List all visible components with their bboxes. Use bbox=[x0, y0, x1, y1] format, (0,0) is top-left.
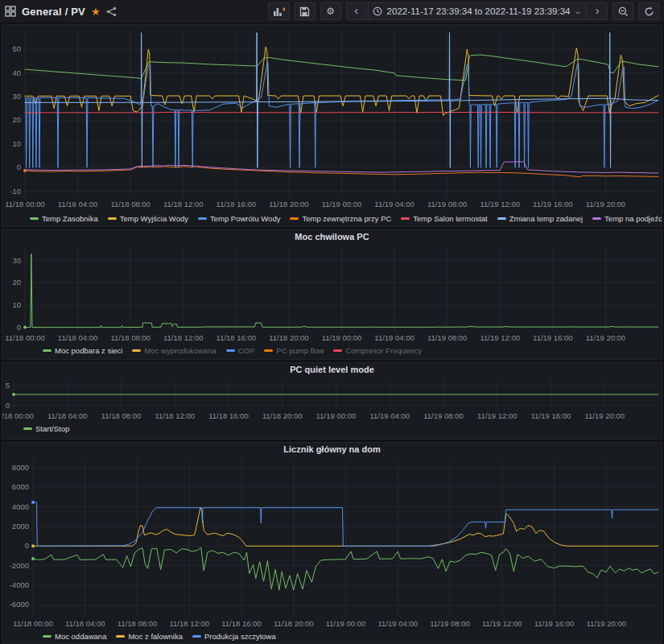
legend-item[interactable]: Temp na podjeździe bbox=[592, 214, 662, 223]
licznik-glowny-chart[interactable]: -6000-4000-20000200040006000800011/18 00… bbox=[2, 456, 662, 630]
grafana-dashboard: General / PV ★ bbox=[0, 0, 664, 644]
panel-title[interactable]: Licznik główny na dom bbox=[2, 443, 662, 456]
svg-text:11/19 08:00: 11/19 08:00 bbox=[423, 411, 463, 420]
legend-swatch bbox=[108, 217, 117, 220]
legend-item[interactable]: Temp Powrótu Wody bbox=[198, 214, 280, 223]
legend-swatch bbox=[116, 635, 125, 638]
pc-quiet-level-chart[interactable]: 0511/18 00:0011/18 04:0011/18 08:0011/18… bbox=[2, 377, 662, 422]
zoom-out-button[interactable] bbox=[612, 2, 633, 20]
legend-item[interactable]: Temp Zasobnika bbox=[30, 214, 98, 223]
panel-title[interactable]: PC quiet level mode bbox=[2, 363, 662, 377]
temperatures-legend: Temp ZasobnikaTemp Wyjścia WodyTemp Powr… bbox=[2, 212, 662, 225]
svg-text:4000: 4000 bbox=[12, 502, 29, 511]
refresh-button[interactable] bbox=[638, 2, 659, 20]
panel-title[interactable]: Moc chwilowa PC bbox=[2, 230, 662, 244]
svg-text:11/19 12:00: 11/19 12:00 bbox=[480, 200, 520, 208]
svg-text:11/18 04:00: 11/18 04:00 bbox=[58, 200, 97, 208]
svg-text:11/19 20:00: 11/19 20:00 bbox=[587, 619, 626, 628]
svg-text:11/19 16:00: 11/19 16:00 bbox=[531, 411, 571, 420]
svg-text:30: 30 bbox=[12, 92, 21, 101]
legend-item[interactable]: Produkcja szczytowa bbox=[192, 632, 276, 641]
legend-swatch bbox=[198, 217, 207, 220]
save-dashboard-button[interactable] bbox=[295, 2, 316, 20]
legend-swatch bbox=[43, 349, 52, 352]
svg-text:11/18 04:00: 11/18 04:00 bbox=[65, 619, 105, 628]
svg-text:6000: 6000 bbox=[12, 482, 29, 491]
legend-item[interactable]: Temp Salon termostat bbox=[401, 214, 487, 223]
time-range-label: 2022-11-17 23:39:34 to 2022-11-19 23:39:… bbox=[387, 6, 571, 16]
svg-text:11/18 08:00: 11/18 08:00 bbox=[101, 411, 141, 420]
panel-licznik-glowny: Licznik główny na dom -6000-4000-2000020… bbox=[2, 442, 662, 644]
svg-text:11/18 00:00: 11/18 00:00 bbox=[13, 619, 52, 628]
svg-text:11/19 12:00: 11/19 12:00 bbox=[482, 619, 522, 628]
svg-text:11/19 00:00: 11/19 00:00 bbox=[326, 619, 365, 628]
breadcrumb[interactable]: General / PV bbox=[22, 6, 85, 18]
legend-item[interactable]: Moc oddawana bbox=[43, 632, 106, 641]
add-panel-button[interactable] bbox=[268, 2, 290, 20]
svg-text:11/19 04:00: 11/19 04:00 bbox=[374, 333, 414, 342]
svg-text:11/19 12:00: 11/19 12:00 bbox=[480, 333, 520, 342]
legend-label: Moc wyprodukowana bbox=[144, 346, 216, 355]
legend-item[interactable]: Moc wyprodukowana bbox=[132, 346, 216, 355]
svg-text:11/19 08:00: 11/19 08:00 bbox=[427, 333, 467, 342]
svg-text:20: 20 bbox=[12, 278, 21, 287]
svg-text:11/19 08:00: 11/19 08:00 bbox=[427, 200, 467, 208]
legend-label: Produkcja szczytowa bbox=[204, 632, 276, 641]
svg-text:11/18 12:00: 11/18 12:00 bbox=[163, 200, 203, 208]
legend-item[interactable]: PC pump flow bbox=[264, 346, 324, 355]
temperatures-chart[interactable]: -100102030405011/18 00:0011/18 04:0011/1… bbox=[2, 27, 662, 212]
legend-item[interactable]: Temp zewnętrzna przy PC bbox=[290, 214, 391, 223]
svg-text:-10: -10 bbox=[10, 187, 21, 196]
svg-text:-4000: -4000 bbox=[10, 580, 29, 589]
svg-text:11/19 04:00: 11/19 04:00 bbox=[370, 411, 410, 420]
svg-text:11/18 16:00: 11/18 16:00 bbox=[221, 619, 261, 628]
svg-text:50: 50 bbox=[12, 44, 21, 53]
svg-text:11/18 20:00: 11/18 20:00 bbox=[274, 619, 313, 628]
legend-swatch bbox=[290, 217, 299, 220]
svg-text:20: 20 bbox=[12, 115, 21, 124]
legend-swatch bbox=[23, 427, 32, 430]
moc-chwilowa-chart[interactable]: 010203011/18 00:0011/18 04:0011/18 08:00… bbox=[2, 244, 662, 344]
time-range-forward-button[interactable]: › bbox=[587, 2, 608, 20]
legend-item[interactable]: Temp Wyjścia Wody bbox=[108, 214, 188, 223]
moc-chwilowa-legend: Moc podbara z sieciMoc wyprodukowanaCOPP… bbox=[2, 344, 662, 357]
dashboard-settings-button[interactable]: ⚙ bbox=[320, 2, 341, 20]
legend-label: Temp Salon termostat bbox=[413, 214, 487, 223]
legend-item[interactable]: Moc z falownika bbox=[116, 632, 183, 641]
legend-item[interactable]: Moc podbara z sieci bbox=[43, 346, 122, 355]
svg-text:30: 30 bbox=[12, 256, 21, 265]
svg-text:11/18 12:00: 11/18 12:00 bbox=[163, 333, 203, 342]
svg-text:11/19 20:00: 11/19 20:00 bbox=[586, 333, 625, 342]
legend-label: Moc z falownika bbox=[128, 632, 183, 641]
legend-swatch bbox=[401, 217, 410, 220]
svg-text:0: 0 bbox=[17, 163, 21, 171]
panel-temperatures: -100102030405011/18 00:0011/18 04:0011/1… bbox=[2, 24, 662, 227]
licznik-glowny-legend: Moc oddawanaMoc z falownikaProdukcja szc… bbox=[2, 630, 662, 642]
legend-item[interactable]: Start/Stop bbox=[23, 424, 69, 433]
svg-text:5: 5 bbox=[6, 381, 10, 390]
share-icon[interactable] bbox=[106, 6, 117, 17]
svg-text:11/18 16:00: 11/18 16:00 bbox=[208, 411, 248, 420]
legend-label: Moc oddawana bbox=[55, 632, 106, 641]
svg-text:11/18 00:00: 11/18 00:00 bbox=[5, 333, 44, 342]
svg-text:11/19 20:00: 11/19 20:00 bbox=[585, 411, 625, 420]
favorite-star-icon[interactable]: ★ bbox=[91, 6, 101, 17]
dashboards-icon[interactable] bbox=[5, 6, 16, 17]
legend-item[interactable]: Zmiana temp zadanej bbox=[497, 214, 583, 223]
svg-text:11/19 00:00: 11/19 00:00 bbox=[316, 411, 356, 420]
svg-text:11/19 20:00: 11/19 20:00 bbox=[586, 200, 625, 208]
top-nav: General / PV ★ bbox=[0, 0, 664, 23]
svg-text:11/19 16:00: 11/19 16:00 bbox=[534, 619, 574, 628]
time-range-picker[interactable]: 2022-11-17 23:39:34 to 2022-11-19 23:39:… bbox=[368, 2, 586, 20]
svg-text:11/18 20:00: 11/18 20:00 bbox=[269, 333, 308, 342]
legend-label: Moc podbara z sieci bbox=[55, 346, 122, 355]
legend-label: Compresor Frequency bbox=[345, 346, 422, 355]
legend-swatch bbox=[592, 217, 601, 220]
svg-text:0: 0 bbox=[6, 401, 10, 410]
clock-icon bbox=[373, 6, 382, 16]
time-range-back-button[interactable]: ‹ bbox=[346, 2, 367, 20]
legend-item[interactable]: COP bbox=[226, 346, 255, 355]
svg-text:11/18 16:00: 11/18 16:00 bbox=[217, 200, 256, 208]
svg-text:11/19 00:00: 11/19 00:00 bbox=[322, 200, 361, 208]
legend-item[interactable]: Compresor Frequency bbox=[333, 346, 422, 355]
